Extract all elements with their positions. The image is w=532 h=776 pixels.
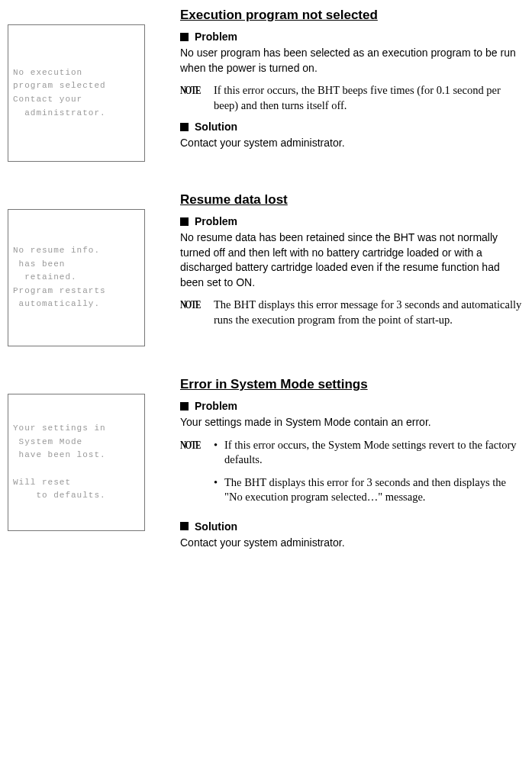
note-label: NOTE: [180, 83, 205, 97]
solution-text: Contact your system administrator.: [180, 136, 524, 151]
note-block: NOTE The BHT displays this error message…: [180, 298, 524, 327]
solution-heading: Solution: [195, 520, 237, 533]
section-title: Execution program not selected: [180, 8, 524, 23]
section-system-mode-error: Your settings in System Mode have been l…: [8, 377, 524, 550]
note-text: The BHT displays this error message for …: [214, 298, 524, 327]
screen-illustration-container: No resume info. has been retained. Progr…: [8, 192, 176, 346]
note-bullet-item: If this error occurs, the System Mode se…: [214, 438, 524, 468]
problem-text: Your settings made in System Mode contai…: [180, 415, 524, 430]
note-list-container: If this error occurs, the System Mode se…: [214, 438, 524, 513]
solution-heading-row: Solution: [180, 121, 524, 133]
section-content: Error in System Mode settings Problem Yo…: [176, 377, 524, 550]
bht-screen-text: Your settings in System Mode have been l…: [13, 422, 140, 503]
note-text: If this error occurs, the BHT beeps five…: [214, 83, 524, 113]
problem-text: No resume data has been retained since t…: [180, 230, 524, 290]
problem-heading: Problem: [195, 31, 237, 43]
square-bullet-icon: [180, 402, 189, 411]
note-bullet-item: The BHT displays this error for 3 second…: [214, 475, 524, 505]
problem-heading: Problem: [195, 215, 237, 227]
section-title: Resume data lost: [180, 192, 524, 208]
square-bullet-icon: [180, 522, 189, 530]
problem-text: No user program has been selected as an …: [180, 46, 524, 76]
section-resume-data-lost: No resume info. has been retained. Progr…: [8, 192, 524, 346]
section-content: Execution program not selected Problem N…: [176, 8, 524, 159]
screen-illustration-container: No execution program selected Contact yo…: [8, 8, 176, 162]
note-block: NOTE If this error occurs, the BHT beeps…: [180, 83, 524, 113]
square-bullet-icon: [180, 123, 189, 131]
solution-text: Contact your system administrator.: [180, 536, 524, 551]
square-bullet-icon: [180, 33, 189, 41]
note-label: NOTE: [180, 298, 205, 311]
section-execution-program: No execution program selected Contact yo…: [8, 8, 524, 162]
section-title: Error in System Mode settings: [180, 377, 524, 392]
note-label: NOTE: [180, 438, 205, 452]
bht-screen: Your settings in System Mode have been l…: [8, 394, 145, 531]
problem-heading-row: Problem: [180, 400, 524, 412]
screen-illustration-container: Your settings in System Mode have been l…: [8, 377, 176, 531]
bht-screen-text: No execution program selected Contact yo…: [13, 66, 140, 120]
solution-heading-row: Solution: [180, 520, 524, 533]
bht-screen: No resume info. has been retained. Progr…: [8, 209, 145, 346]
square-bullet-icon: [180, 217, 189, 226]
bht-screen: No execution program selected Contact yo…: [8, 24, 145, 162]
problem-heading: Problem: [195, 400, 237, 412]
problem-heading-row: Problem: [180, 31, 524, 43]
note-block: NOTE If this error occurs, the System Mo…: [180, 438, 524, 513]
solution-heading: Solution: [195, 121, 237, 133]
bht-screen-text: No resume info. has been retained. Progr…: [13, 244, 140, 311]
problem-heading-row: Problem: [180, 215, 524, 227]
section-content: Resume data lost Problem No resume data …: [176, 192, 524, 336]
